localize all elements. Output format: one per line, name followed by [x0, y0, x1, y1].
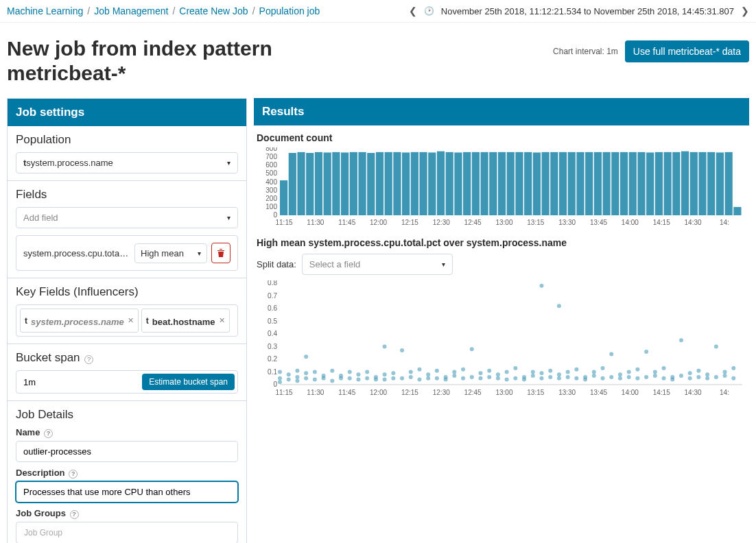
chevron-left-icon[interactable]: ❮ [409, 5, 417, 16]
svg-text:14:15: 14:15 [653, 389, 670, 396]
svg-text:14:: 14: [720, 219, 729, 226]
svg-point-164 [583, 378, 587, 382]
description-label: Description ? [16, 468, 238, 479]
breadcrumb-sep: / [252, 5, 255, 16]
job-groups-input[interactable]: Job Group [16, 522, 238, 543]
svg-text:12:15: 12:15 [401, 389, 418, 396]
svg-text:800: 800 [265, 147, 277, 152]
breadcrumb-item-createnew[interactable]: Create New Job [179, 5, 248, 16]
field-agg-select[interactable]: High mean ▾ [134, 243, 207, 263]
svg-point-113 [374, 375, 378, 379]
breadcrumb-item-population[interactable]: Population job [259, 5, 320, 16]
svg-rect-34 [498, 152, 506, 215]
svg-rect-11 [297, 152, 305, 215]
svg-rect-26 [428, 152, 436, 215]
svg-point-137 [478, 376, 482, 381]
svg-text:12:00: 12:00 [370, 389, 387, 396]
svg-point-194 [714, 345, 718, 349]
svg-text:0.4: 0.4 [268, 330, 277, 337]
svg-point-124 [417, 367, 421, 372]
svg-point-111 [365, 370, 369, 374]
document-count-chart: 010020030040050060070080011:1511:3011:45… [257, 147, 745, 226]
svg-point-90 [287, 378, 291, 382]
estimate-bucket-span-button[interactable]: Estimate bucket span [142, 374, 235, 390]
svg-point-170 [609, 352, 613, 357]
bucket-span-input[interactable] [23, 377, 142, 387]
job-description-input[interactable] [16, 481, 238, 503]
svg-text:12:00: 12:00 [370, 219, 387, 226]
svg-point-93 [295, 375, 299, 379]
svg-rect-32 [480, 152, 488, 215]
svg-point-140 [487, 369, 491, 373]
svg-text:600: 600 [265, 161, 277, 169]
svg-point-131 [452, 374, 456, 378]
svg-point-168 [601, 366, 605, 370]
add-field-select[interactable]: Add field ▾ [16, 207, 238, 228]
svg-point-195 [723, 374, 727, 378]
svg-point-193 [714, 375, 718, 379]
svg-text:11:45: 11:45 [338, 389, 355, 396]
svg-text:14:00: 14:00 [622, 389, 639, 396]
help-icon[interactable]: ? [69, 470, 78, 479]
svg-point-130 [444, 378, 448, 382]
svg-rect-28 [446, 152, 453, 215]
svg-rect-19 [367, 153, 375, 215]
breadcrumb-item-jobmgmt[interactable]: Job Management [94, 5, 168, 16]
use-full-data-button[interactable]: Use full metricbeat-* data [625, 40, 749, 62]
svg-text:13:45: 13:45 [590, 389, 607, 396]
svg-rect-16 [341, 152, 349, 215]
help-icon[interactable]: ? [70, 510, 79, 519]
svg-point-152 [540, 376, 544, 381]
svg-text:500: 500 [265, 169, 277, 177]
chevron-right-icon[interactable]: ❯ [741, 5, 749, 16]
svg-point-139 [487, 375, 491, 379]
svg-point-192 [705, 372, 709, 376]
svg-point-106 [348, 370, 352, 374]
help-icon[interactable]: ? [44, 429, 53, 438]
svg-rect-41 [559, 152, 567, 215]
svg-point-166 [592, 370, 596, 374]
breadcrumb-item-ml[interactable]: Machine Learning [7, 5, 83, 16]
svg-point-110 [365, 376, 369, 381]
fields-title: Fields [16, 188, 238, 202]
help-icon[interactable]: ? [84, 355, 93, 364]
svg-text:11:30: 11:30 [307, 389, 324, 396]
remove-tag-icon[interactable]: ✕ [219, 316, 225, 325]
breadcrumb-sep: / [172, 5, 175, 16]
influencers-input[interactable]: t system.process.name ✕ t beat.hostname … [16, 304, 238, 337]
svg-rect-30 [463, 152, 471, 215]
svg-point-89 [278, 380, 282, 384]
svg-text:0.2: 0.2 [268, 355, 277, 363]
svg-rect-58 [707, 152, 715, 215]
page-title: New job from index pattern metricbeat-* [7, 36, 350, 86]
svg-rect-20 [376, 152, 383, 215]
svg-point-181 [662, 376, 666, 381]
svg-point-145 [513, 376, 517, 381]
caret-down-icon: ▾ [227, 214, 231, 221]
svg-point-105 [339, 374, 343, 378]
svg-text:400: 400 [265, 178, 277, 186]
svg-point-95 [304, 354, 308, 359]
svg-point-117 [391, 376, 395, 381]
svg-point-99 [313, 370, 317, 374]
breadcrumb: Machine Learning / Job Management / Crea… [7, 5, 320, 16]
job-name-input[interactable] [16, 441, 238, 462]
field-row: system.process.cpu.total.... High mean ▾ [23, 243, 231, 263]
caret-down-icon: ▾ [227, 159, 231, 167]
svg-text:200: 200 [265, 195, 277, 202]
svg-rect-25 [419, 152, 427, 215]
time-range-picker[interactable]: ❮ 🕑 November 25th 2018, 11:12:21.534 to … [409, 5, 749, 16]
svg-rect-35 [507, 152, 515, 215]
svg-point-185 [679, 338, 683, 342]
population-select[interactable]: tsystem.process.name ▾ [16, 152, 238, 173]
split-data-select[interactable]: Select a field ▾ [302, 254, 453, 275]
svg-point-178 [644, 350, 648, 354]
remove-tag-icon[interactable]: ✕ [128, 316, 134, 325]
svg-point-127 [435, 376, 439, 381]
delete-field-button[interactable] [211, 243, 231, 263]
svg-rect-57 [698, 152, 706, 215]
influencer-tag: t beat.hostname ✕ [141, 309, 230, 333]
svg-text:0.5: 0.5 [268, 317, 277, 325]
svg-point-161 [574, 376, 578, 381]
svg-text:300: 300 [265, 186, 277, 194]
